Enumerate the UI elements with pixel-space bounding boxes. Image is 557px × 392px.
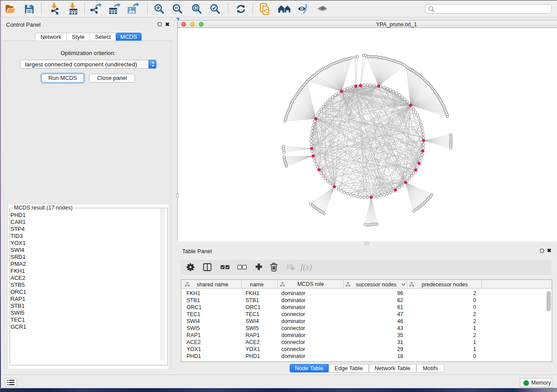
- svg-text:f(x): f(x): [301, 262, 312, 272]
